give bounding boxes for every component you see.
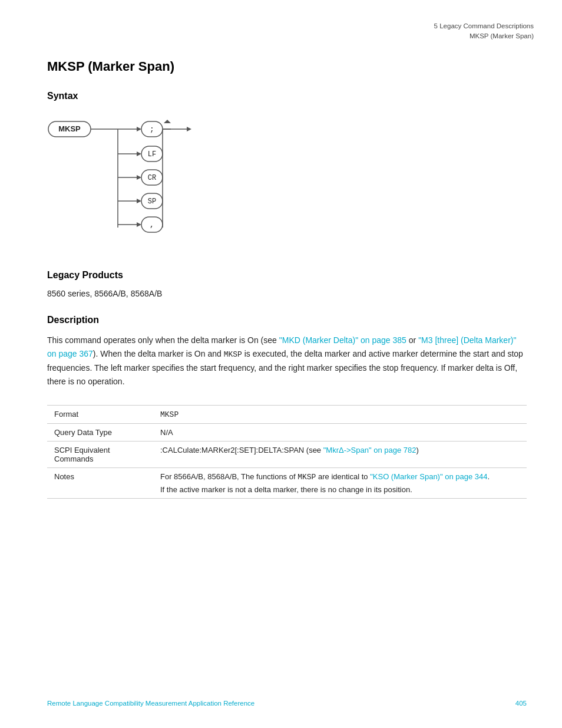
svg-marker-10	[187, 127, 191, 131]
table-label-notes: Notes	[47, 467, 153, 498]
footer-right: 405	[515, 700, 527, 707]
note2: If the active marker is not a delta mark…	[160, 485, 520, 494]
svg-marker-4	[137, 127, 141, 131]
syntax-diagram: MKSP ; LF	[47, 110, 527, 251]
svg-marker-23	[137, 199, 141, 203]
desc-para-start: This command operates only when the delt…	[47, 335, 279, 345]
table-row-format: Format MKSP	[47, 405, 527, 423]
table-label-scpi: SCPI Equivalent Commands	[47, 441, 153, 467]
desc-cmd-mksp: MKSP	[224, 350, 242, 359]
table-value-query: N/A	[153, 423, 527, 441]
notes-link1[interactable]: "KSO (Marker Span)" on page 344	[370, 472, 487, 481]
svg-text:LF: LF	[148, 150, 156, 159]
svg-marker-19	[137, 175, 141, 180]
table-row-notes: Notes For 8566A/B, 8568A/B, The function…	[47, 467, 527, 498]
page-footer: Remote Language Compatibility Measuremen…	[0, 700, 562, 707]
note1: For 8566A/B, 8568A/B, The functions of M…	[160, 472, 520, 482]
table-value-scpi: :CALCulate:MARKer2[:SET]:DELTA:SPAN (see…	[153, 441, 527, 467]
scpi-link[interactable]: "MkrΔ->Span" on page 782	[323, 446, 416, 454]
footer-left: Remote Language Compatibility Measuremen…	[47, 700, 254, 707]
svg-text:SP: SP	[148, 197, 156, 206]
svg-marker-14	[137, 151, 141, 156]
svg-text:;: ;	[150, 125, 154, 134]
svg-text:CR: CR	[148, 174, 156, 182]
syntax-heading: Syntax	[47, 91, 527, 101]
table-value-format: MKSP	[153, 405, 527, 423]
desc-link1[interactable]: "MKD (Marker Delta)" on page 385	[279, 335, 406, 345]
table-label-query: Query Data Type	[47, 423, 153, 441]
description-section: Description This command operates only w…	[47, 315, 527, 388]
syntax-svg: MKSP ; LF	[47, 110, 247, 245]
svg-marker-7	[164, 120, 171, 123]
header-line2: MKSP (Marker Span)	[434, 31, 534, 41]
table-row-query: Query Data Type N/A	[47, 423, 527, 441]
svg-text:,: ,	[150, 220, 154, 229]
table-row-scpi: SCPI Equivalent Commands :CALCulate:MARK…	[47, 441, 527, 467]
svg-marker-27	[137, 222, 141, 227]
page-header: 5 Legacy Command Descriptions MKSP (Mark…	[434, 21, 534, 42]
header-line1: 5 Legacy Command Descriptions	[434, 21, 534, 31]
table-label-format: Format	[47, 405, 153, 423]
desc-end-text: ). When the delta marker is On and	[93, 349, 224, 358]
legacy-products-text: 8560 series, 8566A/B, 8568A/B	[47, 289, 527, 298]
page-title: MKSP (Marker Span)	[47, 59, 527, 74]
description-paragraph: This command operates only when the delt…	[47, 334, 527, 388]
description-heading: Description	[47, 315, 527, 325]
legacy-products-section: Legacy Products 8560 series, 8566A/B, 85…	[47, 270, 527, 298]
svg-text:MKSP: MKSP	[58, 124, 81, 133]
table-value-notes: For 8566A/B, 8568A/B, The functions of M…	[153, 467, 527, 498]
legacy-products-heading: Legacy Products	[47, 270, 527, 281]
info-table: Format MKSP Query Data Type N/A SCPI Equ…	[47, 405, 527, 499]
desc-mid-text: or	[406, 335, 418, 345]
